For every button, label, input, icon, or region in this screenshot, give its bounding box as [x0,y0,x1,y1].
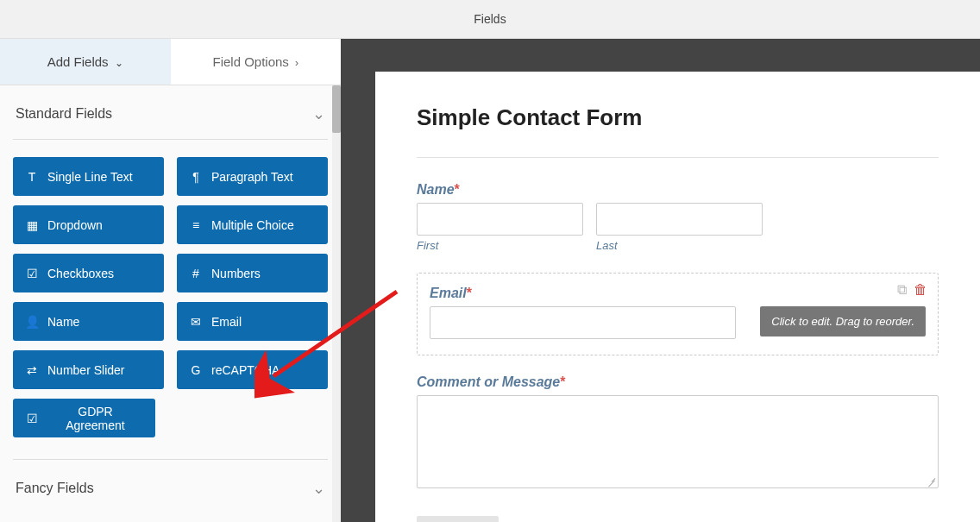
field-numbers[interactable]: # Numbers [177,254,328,292]
tab-field-options[interactable]: Field Options › [171,39,342,85]
chevron-down-icon: ⌄ [115,57,123,69]
field-label: reCAPTCHA [211,363,280,377]
field-label: Comment or Message* [417,374,939,390]
recaptcha-icon: G [189,363,203,377]
field-actions: ⧉ 🗑 [897,282,927,298]
text-line-icon: T [25,170,39,184]
slider-icon: ⇄ [25,363,39,377]
resize-handle-icon[interactable] [926,475,936,486]
group-title: Fancy Fields [16,481,94,496]
field-label: Checkboxes [47,267,114,280]
page-header: Fields [0,0,980,39]
form-preview[interactable]: Simple Contact Form Name* First Last [375,72,980,522]
field-label: Email* [430,286,926,301]
field-checkboxes[interactable]: ☑ Checkboxes [13,254,164,292]
field-label: Name* [417,182,939,198]
sublabel-first: First [417,239,583,252]
hash-icon: # [189,267,203,280]
scrollbar-rail[interactable] [332,85,341,522]
required-asterisk: * [455,182,460,197]
name-inputs: First Last [417,203,939,252]
tab-add-fields[interactable]: Add Fields ⌄ [0,39,171,85]
gdpr-icon: ☑ [25,412,39,425]
field-recaptcha[interactable]: G reCAPTCHA [177,350,328,389]
field-label: Multiple Choice [211,218,294,232]
group-fancy-fields[interactable]: Fancy Fields ⌄ [13,460,328,513]
submit-button[interactable]: Submit [417,516,499,522]
list-icon: ≡ [189,218,203,232]
first-name-input[interactable] [417,203,583,236]
form-field-name[interactable]: Name* First Last [417,182,939,252]
envelope-icon: ✉ [189,315,203,329]
field-label: Dropdown [47,218,103,232]
group-standard-fields[interactable]: Standard Fields ⌄ [13,85,328,140]
comment-textarea[interactable] [417,395,939,488]
scrollbar-thumb[interactable] [332,85,341,133]
form-preview-area: Simple Contact Form Name* First Last [341,39,980,522]
group-title: Standard Fields [16,106,112,122]
field-label: GDPR Agreement [47,405,143,432]
field-paragraph-text[interactable]: ¶ Paragraph Text [177,157,328,196]
chevron-right-icon: › [295,57,298,69]
tab-label: Add Fields [47,54,109,69]
field-multiple-choice[interactable]: ≡ Multiple Choice [177,205,328,244]
standard-fields-grid: T Single Line Text ¶ Paragraph Text ▦ Dr… [13,140,328,460]
field-label: Paragraph Text [211,170,293,184]
field-label: Email [211,315,242,329]
required-asterisk: * [560,374,565,389]
sidebar-body: Standard Fields ⌄ T Single Line Text ¶ P… [0,85,341,522]
field-label: Single Line Text [47,170,133,184]
dropdown-icon: ▦ [25,218,39,232]
required-asterisk: * [467,286,472,300]
user-icon: 👤 [25,315,39,329]
field-email[interactable]: ✉ Email [177,302,328,341]
field-gdpr-agreement[interactable]: ☑ GDPR Agreement [13,399,155,437]
field-label: Number Slider [47,363,124,377]
field-number-slider[interactable]: ⇄ Number Slider [13,350,164,389]
field-single-line-text[interactable]: T Single Line Text [13,157,164,196]
field-name[interactable]: 👤 Name [13,302,164,341]
email-input[interactable] [430,306,736,339]
duplicate-icon[interactable]: ⧉ [897,282,907,298]
form-title: Simple Contact Form [417,104,939,131]
page-title: Fields [474,12,506,26]
check-icon: ☑ [25,267,39,280]
sidebar-tabs: Add Fields ⌄ Field Options › [0,39,341,85]
paragraph-icon: ¶ [189,170,203,184]
chevron-down-icon: ⌄ [312,104,325,123]
email-row: Click to edit. Drag to reorder. [430,306,926,339]
form-field-email-selected[interactable]: ⧉ 🗑 Email* Click to edit. Drag to reorde… [417,273,939,355]
chevron-down-icon: ⌄ [312,479,325,498]
form-field-comment[interactable]: Comment or Message* [417,374,939,488]
helper-tooltip: Click to edit. Drag to reorder. [760,306,926,336]
last-name-input[interactable] [596,203,763,236]
workspace: Add Fields ⌄ Field Options › Standard Fi… [0,39,980,522]
trash-icon[interactable]: 🗑 [914,282,927,298]
divider [417,157,939,158]
field-label: Name [47,315,79,329]
tab-label: Field Options [212,54,288,69]
field-dropdown[interactable]: ▦ Dropdown [13,205,164,244]
sublabel-last: Last [596,239,763,252]
field-label: Numbers [211,267,261,280]
sidebar: Add Fields ⌄ Field Options › Standard Fi… [0,39,341,522]
